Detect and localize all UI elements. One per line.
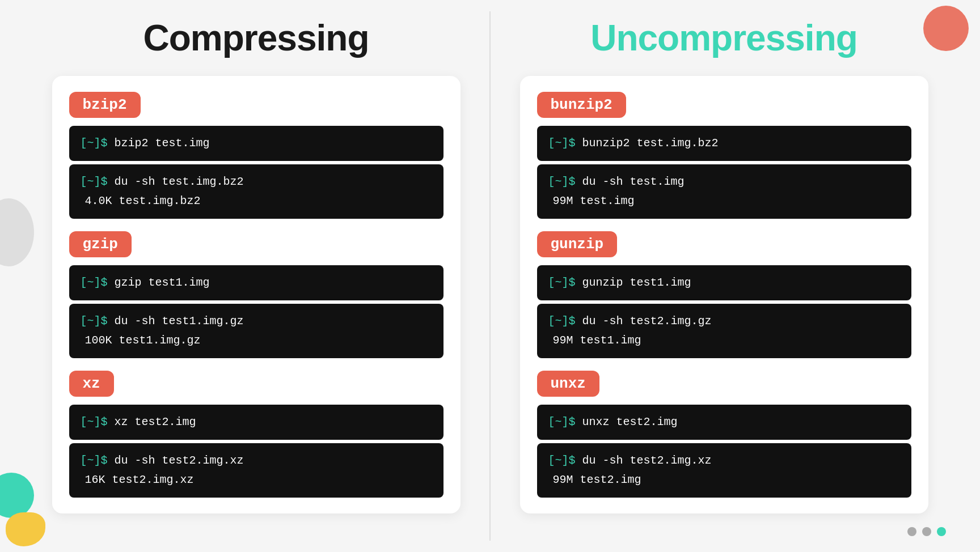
gzip-badge: gzip <box>69 231 132 257</box>
gzip-terminal-2: [~]$ du -sh test1.img.gz 100K test1.img.… <box>69 304 443 358</box>
bunzip2-cmd-1: bunzip2 test.img.bz2 <box>582 137 719 150</box>
gunzip-prompt-1: [~]$ <box>548 276 576 289</box>
gunzip-badge: gunzip <box>537 231 618 257</box>
xz-output: 16K test2.img.xz <box>81 470 432 490</box>
gzip-section: gzip [~]$ gzip test1.img [~]$ du -sh tes… <box>69 231 443 358</box>
page-layout: Compressing bzip2 [~]$ bzip2 test.img [~… <box>0 0 980 552</box>
gzip-prompt-1: [~]$ <box>81 276 108 289</box>
gunzip-prompt-2: [~]$ <box>548 315 576 328</box>
gzip-cmd-1: gzip test1.img <box>115 276 210 289</box>
xz-terminal-1: [~]$ xz test2.img <box>69 405 443 440</box>
unxz-badge: unxz <box>537 371 599 397</box>
bzip2-prompt-1: [~]$ <box>81 137 108 150</box>
bunzip2-section: bunzip2 [~]$ bunzip2 test.img.bz2 [~]$ d… <box>537 92 911 219</box>
gunzip-output: 99M test1.img <box>548 331 900 350</box>
uncompressing-card: bunzip2 [~]$ bunzip2 test.img.bz2 [~]$ d… <box>520 76 928 513</box>
unxz-section: unxz [~]$ unxz test2.img [~]$ du -sh tes… <box>537 371 911 498</box>
xz-cmd-2: du -sh test2.img.xz <box>115 454 244 467</box>
unxz-prompt-2: [~]$ <box>548 454 576 467</box>
gunzip-section: gunzip [~]$ gunzip test1.img [~]$ du -sh… <box>537 231 911 358</box>
pagination-dot-3[interactable] <box>937 527 946 536</box>
pagination-dot-1[interactable] <box>907 527 916 536</box>
compressing-title: Compressing <box>143 17 369 59</box>
uncompressing-title: Uncompressing <box>590 17 858 59</box>
unxz-cmd-2: du -sh test2.img.xz <box>582 454 712 467</box>
bzip2-cmd-1: bzip2 test.img <box>115 137 210 150</box>
bzip2-cmd-2: du -sh test.img.bz2 <box>115 175 244 188</box>
unxz-output: 99M test2.img <box>548 470 900 490</box>
xz-prompt-1: [~]$ <box>81 415 108 428</box>
compressing-section: Compressing bzip2 [~]$ bzip2 test.img [~… <box>23 0 489 552</box>
unxz-prompt-1: [~]$ <box>548 415 576 428</box>
bzip2-output: 4.0K test.img.bz2 <box>81 192 432 211</box>
xz-prompt-2: [~]$ <box>81 454 108 467</box>
gunzip-cmd-2: du -sh test2.img.gz <box>582 315 712 328</box>
decorative-circle-top-right <box>923 6 969 51</box>
bzip2-prompt-2: [~]$ <box>81 175 108 188</box>
bunzip2-prompt-1: [~]$ <box>548 137 576 150</box>
bunzip2-terminal-2: [~]$ du -sh test.img 99M test.img <box>537 164 911 219</box>
gzip-prompt-2: [~]$ <box>81 315 108 328</box>
gzip-output: 100K test1.img.gz <box>81 331 432 350</box>
bunzip2-terminal-1: [~]$ bunzip2 test.img.bz2 <box>537 126 911 161</box>
bzip2-terminal-2: [~]$ du -sh test.img.bz2 4.0K test.img.b… <box>69 164 443 219</box>
bzip2-badge: bzip2 <box>69 92 141 118</box>
gzip-cmd-2: du -sh test1.img.gz <box>115 315 244 328</box>
xz-cmd-1: xz test2.img <box>115 415 196 428</box>
bunzip2-cmd-2: du -sh test.img <box>582 175 685 188</box>
gunzip-terminal-1: [~]$ gunzip test1.img <box>537 265 911 300</box>
unxz-terminal-1: [~]$ unxz test2.img <box>537 405 911 440</box>
gzip-terminal-1: [~]$ gzip test1.img <box>69 265 443 300</box>
unxz-cmd-1: unxz test2.img <box>582 415 678 428</box>
bunzip2-output: 99M test.img <box>548 192 900 211</box>
bzip2-section: bzip2 [~]$ bzip2 test.img [~]$ du -sh te… <box>69 92 443 219</box>
bunzip2-prompt-2: [~]$ <box>548 175 576 188</box>
pagination-dot-2[interactable] <box>922 527 931 536</box>
bzip2-terminal-1: [~]$ bzip2 test.img <box>69 126 443 161</box>
unxz-terminal-2: [~]$ du -sh test2.img.xz 99M test2.img <box>537 443 911 498</box>
xz-section: xz [~]$ xz test2.img [~]$ du -sh test2.i… <box>69 371 443 498</box>
pagination <box>907 527 946 536</box>
gunzip-cmd-1: gunzip test1.img <box>582 276 691 289</box>
uncompressing-section: Uncompressing bunzip2 [~]$ bunzip2 test.… <box>491 0 957 552</box>
bunzip2-badge: bunzip2 <box>537 92 626 118</box>
xz-terminal-2: [~]$ du -sh test2.img.xz 16K test2.img.x… <box>69 443 443 498</box>
gunzip-terminal-2: [~]$ du -sh test2.img.gz 99M test1.img <box>537 304 911 358</box>
xz-badge: xz <box>69 371 114 397</box>
compressing-card: bzip2 [~]$ bzip2 test.img [~]$ du -sh te… <box>52 76 461 513</box>
